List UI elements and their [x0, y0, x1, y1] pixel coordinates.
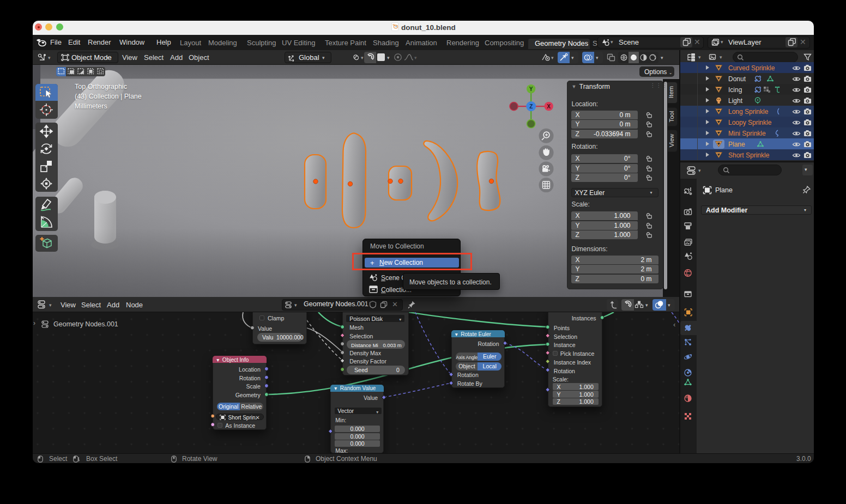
svg-text:Z: Z	[529, 104, 533, 110]
svg-text:Y: Y	[529, 86, 533, 92]
svg-text:X: X	[547, 104, 551, 110]
